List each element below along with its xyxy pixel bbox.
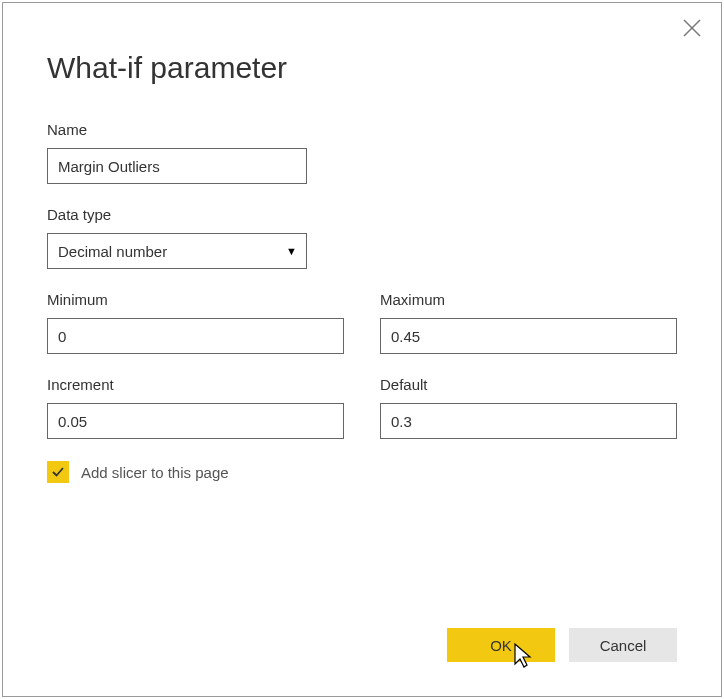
dialog-title: What-if parameter <box>3 3 721 85</box>
ok-button[interactable]: OK <box>447 628 555 662</box>
minimum-input[interactable] <box>47 318 344 354</box>
add-slicer-label: Add slicer to this page <box>81 464 229 481</box>
close-icon[interactable] <box>683 19 701 41</box>
cancel-button[interactable]: Cancel <box>569 628 677 662</box>
minimum-label: Minimum <box>47 291 344 308</box>
maximum-field-group: Maximum <box>380 291 677 354</box>
checkmark-icon <box>51 465 65 479</box>
minimum-field-group: Minimum <box>47 291 344 354</box>
increment-input[interactable] <box>47 403 344 439</box>
name-input[interactable] <box>47 148 307 184</box>
maximum-label: Maximum <box>380 291 677 308</box>
whatif-parameter-dialog: What-if parameter Name Data type Decimal… <box>2 2 722 697</box>
name-label: Name <box>47 121 307 138</box>
form-area: Name Data type Decimal number ▼ Minimum … <box>3 85 721 483</box>
default-field-group: Default <box>380 376 677 439</box>
add-slicer-checkbox-row: Add slicer to this page <box>47 461 677 483</box>
increment-field-group: Increment <box>47 376 344 439</box>
datatype-select[interactable]: Decimal number ▼ <box>47 233 307 269</box>
dialog-buttons: OK Cancel <box>447 628 677 662</box>
add-slicer-checkbox[interactable] <box>47 461 69 483</box>
datatype-selected-value: Decimal number <box>47 233 307 269</box>
datatype-label: Data type <box>47 206 307 223</box>
default-label: Default <box>380 376 677 393</box>
maximum-input[interactable] <box>380 318 677 354</box>
default-input[interactable] <box>380 403 677 439</box>
datatype-field-group: Data type Decimal number ▼ <box>47 206 307 269</box>
increment-label: Increment <box>47 376 344 393</box>
name-field-group: Name <box>47 121 307 184</box>
